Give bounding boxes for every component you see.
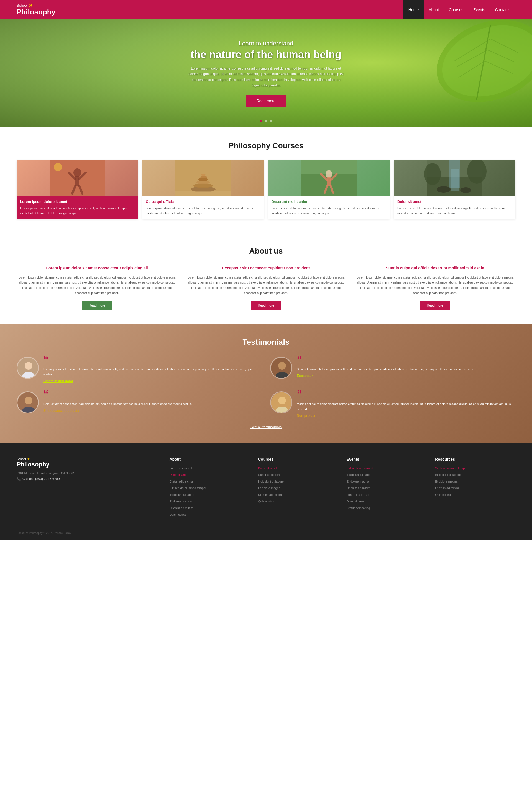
nav-about[interactable]: About [424, 0, 444, 19]
testimonial-text-3: Dolor sit amet conse ctetur adipisicing … [43, 401, 262, 406]
testimonial-name-4: Non proiden [297, 414, 515, 418]
testimonials-title: Testimonials [17, 338, 515, 347]
course-desc-3: Lorem ipsum dolor sit amet conse ctetur … [271, 206, 386, 216]
about-col-2: Excepteur sint occaecat cupidatat non pr… [186, 266, 346, 310]
footer-link-highlight[interactable]: Dolor sit amet [169, 473, 188, 476]
footer-link-highlight[interactable]: Elit sed do eiusmod [347, 467, 373, 470]
svg-rect-9 [50, 160, 105, 196]
course-title-2: Culpa qui officia [146, 199, 261, 204]
about-read-more-2[interactable]: Read more [251, 301, 281, 310]
footer-link[interactable]: Ctetur adipisicing [258, 473, 281, 476]
see-all-link[interactable]: See all testimonials [250, 425, 282, 429]
footer-link[interactable]: Et dolore magna [258, 487, 280, 490]
footer-link[interactable]: Quis nostrud [435, 493, 452, 496]
footer-logo-school: School [17, 457, 26, 461]
footer-link[interactable]: Incididunt ut labore [258, 480, 284, 483]
hero-subtitle: Learn to understand [188, 40, 344, 47]
hero-dot-1[interactable] [260, 120, 262, 122]
footer-link[interactable]: Incididunt ut labore [435, 473, 461, 476]
hero-read-more-button[interactable]: Read more [246, 95, 285, 107]
course-body-4: Dolor sit amet Lorem ipsum dolor sit ame… [394, 196, 515, 219]
footer-link[interactable]: Lorem ipsum set [347, 493, 369, 496]
footer-link[interactable]: Quis nostrud [258, 500, 275, 503]
about-title: About us [17, 247, 515, 255]
logo-school: School [17, 3, 28, 7]
svg-line-13 [79, 173, 86, 179]
footer-link[interactable]: Ut enim ad minim [169, 506, 193, 510]
about-col-text-1: Lorem ipsum dolor sit amet conse ctetur … [17, 275, 177, 296]
footer-link[interactable]: Incididunt ut labore [169, 493, 195, 496]
svg-point-1 [432, 19, 532, 109]
footer-link[interactable]: Elit sed do eiusmod tempor [169, 487, 206, 490]
course-card-3: Deserunt mollit anim Lorem ipsum dolor s… [268, 160, 390, 219]
about-col-title-3: Sunt in culpa qui officia deserunt molli… [355, 266, 515, 271]
footer-link[interactable]: Et dolore magna [169, 500, 192, 503]
phone-label: Call us: [22, 477, 34, 481]
testimonial-text-4: Magna setipsum dolor sit amet conse ctet… [297, 401, 515, 412]
list-item: Lorem ipsum set [347, 492, 427, 497]
nav-courses[interactable]: Courses [444, 0, 468, 19]
about-col-text-3: Lorem ipsum dolor sit amet conse ctetur … [355, 275, 515, 296]
hero-description: Lorem ipsum dolor sit amet conse ctetur … [188, 66, 344, 89]
footer-col-resources-title: Resources [435, 457, 515, 461]
svg-line-12 [69, 173, 75, 179]
footer-link[interactable]: Dolor sit amet [347, 500, 365, 503]
course-image-1 [17, 160, 138, 196]
footer-logo-col: School of Philosophy 8901 Marmora Road, … [17, 457, 161, 518]
about-grid: Lorem ipsum dolor sit amet conse ctetur … [17, 266, 515, 310]
nav-contacts[interactable]: Contacts [490, 0, 515, 19]
list-item: Ut enim ad minim [169, 505, 250, 510]
footer-link[interactable]: Ut enim ad minim [435, 487, 459, 490]
list-item: Ut enim ad minim [347, 485, 427, 490]
testimonial-avatar-1 [17, 357, 39, 379]
svg-point-48 [25, 397, 33, 404]
list-item: Incididunt ut labore [258, 479, 338, 483]
footer-address: 8901 Marmora Road, Glasgow, D04 89GR. [17, 471, 161, 475]
hero-dot-3[interactable] [270, 120, 272, 122]
list-item: Ut enim ad minim [258, 492, 338, 497]
hero-dots [260, 120, 272, 122]
footer-link[interactable]: Ut enim ad minim [347, 487, 370, 490]
hero-title: the nature of the human being [188, 49, 344, 61]
nav-home[interactable]: Home [403, 0, 424, 19]
main-nav: Home About Courses Events Contacts [403, 0, 515, 19]
about-read-more-3[interactable]: Read more [420, 301, 450, 310]
nav-events[interactable]: Events [468, 0, 490, 19]
footer-link[interactable]: Lorem ipsum set [169, 467, 192, 470]
svg-point-38 [460, 187, 471, 193]
footer-phone: 📞 Call us: (800) 2345-6789 [17, 477, 161, 481]
courses-grid: Lorem ipsum dolor sit amet Lorem ipsum d… [17, 160, 515, 219]
footer-link[interactable]: Et dolore magna [347, 480, 369, 483]
course-card-2: Culpa qui officia Lorem ipsum dolor sit … [142, 160, 264, 219]
footer-link[interactable]: Incididunt ut labore [347, 473, 373, 476]
hero-section: Learn to understand the nature of the hu… [0, 19, 532, 128]
about-read-more-1[interactable]: Read more [82, 301, 112, 310]
footer-col-courses: Courses Dolor sit amet Ctetur adipisicin… [258, 457, 338, 518]
quote-mark-2: “ [297, 353, 302, 365]
svg-point-10 [73, 168, 81, 177]
testimonial-item-4: “ Magna setipsum dolor sit amet conse ct… [270, 391, 515, 418]
footer-link[interactable]: Ut enim ad minim [258, 493, 282, 496]
list-item: Dolor sit amet [347, 499, 427, 503]
quote-mark-1: “ [43, 353, 49, 365]
hero-dot-2[interactable] [265, 120, 267, 122]
footer-col-courses-title: Courses [258, 457, 338, 461]
course-body-3: Deserunt mollit anim Lorem ipsum dolor s… [268, 196, 390, 219]
course-desc-1: Lorem ipsum dolor sit amet conse ctetur … [20, 206, 135, 216]
svg-rect-36 [451, 169, 459, 191]
privacy-policy-link[interactable]: Privacy Policy [54, 532, 71, 535]
testimonial-name-2: Excepteur [297, 374, 515, 378]
footer-link[interactable]: Ctetur adipisicing [347, 506, 370, 510]
footer-link-highlight[interactable]: Sed do eiusmod tempor [435, 467, 468, 470]
svg-rect-24 [175, 191, 231, 196]
footer-logo: School of Philosophy [17, 457, 161, 468]
footer-link[interactable]: Quis nostrud [169, 513, 187, 516]
list-item: Et dolore magna [435, 479, 515, 483]
footer-logo-of: of [27, 457, 30, 461]
footer-link[interactable]: Et dolore magna [435, 480, 457, 483]
svg-point-22 [200, 176, 207, 178]
footer-col-about-title: About [169, 457, 250, 461]
footer-link-highlight[interactable]: Dolor sit amet [258, 467, 277, 470]
footer-link[interactable]: Ctetur adipisicing [169, 480, 193, 483]
testimonials-grid: “ Lorem ipsum dolor sit amet conse ctetu… [17, 357, 515, 418]
